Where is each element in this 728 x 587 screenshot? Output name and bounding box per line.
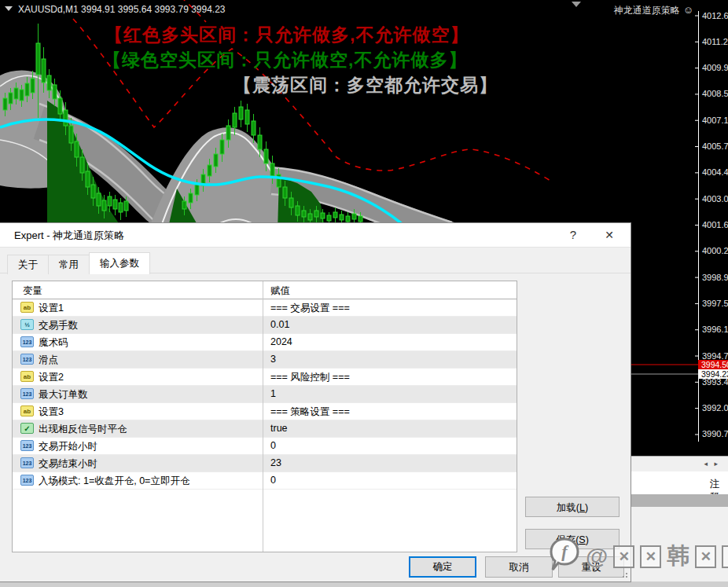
tab-inputs[interactable]: 输入参数 <box>89 252 150 274</box>
param-name: 最大订单数 <box>39 388 88 402</box>
param-name: 交易结束小时 <box>39 457 97 471</box>
param-name: 交易手数 <box>39 319 78 332</box>
zone-overlay-text-0: 【红色多头区间：只允许做多,不允许做空】 <box>105 23 469 47</box>
param-value[interactable]: 0 <box>270 440 276 451</box>
watermark-text: @ <box>586 544 608 570</box>
param-value[interactable]: 0.01 <box>270 319 289 330</box>
param-name: 入场模式: 1=收盘开仓, 0=立即开仓 <box>39 475 189 488</box>
help-button[interactable]: ? <box>560 223 586 247</box>
symbol-dropdown-caret[interactable] <box>5 6 13 11</box>
string-type-icon: ab <box>20 302 34 313</box>
column-header-value: 赋值 <box>270 284 290 298</box>
param-name: 交易开始小时 <box>39 440 97 453</box>
param-name: 设置3 <box>39 405 64 419</box>
int-type-icon: 123 <box>20 336 34 347</box>
param-row[interactable]: ab设置1=== 交易设置 === <box>13 299 517 317</box>
price-label: 4004.40 <box>702 167 728 178</box>
param-value[interactable]: true <box>270 423 288 434</box>
param-row[interactable]: 123交易结束小时23 <box>13 455 517 472</box>
table-rows: ab设置1=== 交易设置 ===½交易手数0.01123魔术码2024123滑… <box>13 299 517 490</box>
price-label: 4007.15 <box>702 116 728 126</box>
param-name: 出现相反信号时平仓 <box>39 423 127 436</box>
watermark-missing-glyph-box: ✕ <box>695 545 716 568</box>
param-row[interactable]: ✓出现相反信号时平仓true <box>13 420 517 438</box>
price-label: 3998.90 <box>702 273 728 283</box>
parameters-table: 变量 赋值 ab设置1=== 交易设置 ===½交易手数0.01123魔术码20… <box>12 281 517 552</box>
symbol-period: XAUUSDd,M1 <box>18 4 79 15</box>
price-label: 3997.50 <box>702 299 728 309</box>
param-value[interactable]: 3 <box>270 354 276 365</box>
param-value[interactable]: 1 <box>270 388 276 399</box>
price-label: 3990.70 <box>702 429 728 439</box>
param-value[interactable]: === 策略设置 === <box>270 405 350 419</box>
param-row[interactable]: 123滑点3 <box>13 351 517 369</box>
dialog-title: Expert - 神龙通道原策略 <box>14 229 124 243</box>
watermark-missing-glyph-box: ✕ <box>613 545 634 568</box>
load-button[interactable]: 加载(L) <box>525 497 620 517</box>
price-label: 4008.50 <box>702 89 728 99</box>
param-value[interactable]: 23 <box>270 457 281 468</box>
price-label: 4009.90 <box>702 63 728 73</box>
tab-common[interactable]: 常用 <box>48 255 90 274</box>
param-name: 滑点 <box>39 354 58 367</box>
table-header-row: 变量 赋值 <box>13 281 517 299</box>
cancel-button[interactable]: 取消 <box>485 556 553 578</box>
scroll-arrows-icon[interactable]: ◂ ▸ <box>704 460 720 468</box>
price-label: 3992.05 <box>702 403 728 413</box>
string-type-icon: ab <box>20 405 34 416</box>
param-row[interactable]: 123交易开始小时0 <box>13 438 517 455</box>
price-label: 4011.25 <box>702 37 728 47</box>
ea-status[interactable]: 神龙通道原策略☺ <box>614 4 693 17</box>
price-label: 4003.00 <box>702 194 728 204</box>
price-label: 4000.25 <box>702 246 728 256</box>
expert-properties-dialog: Expert - 神龙通道原策略 ? ✕ 关于常用输入参数 变量 赋值 ab设置… <box>0 222 631 582</box>
ohlc-values: 3994.91 3995.64 3993.79 3994.23 <box>81 4 226 15</box>
close-icon[interactable]: ✕ <box>596 223 623 247</box>
param-value[interactable]: 2024 <box>270 336 292 347</box>
price-shift-marker[interactable] <box>572 2 581 7</box>
int-type-icon: 123 <box>20 388 34 399</box>
param-row[interactable]: 123入场模式: 1=收盘开仓, 0=立即开仓0 <box>13 472 517 490</box>
int-type-icon: 123 <box>20 457 34 468</box>
param-name: 设置1 <box>39 302 64 315</box>
window-bottom-edge <box>0 581 728 587</box>
watermark-text: 韩 <box>667 541 689 572</box>
param-row[interactable]: ab设置2=== 风险控制 === <box>13 369 517 386</box>
param-row[interactable]: ab设置3=== 策略设置 === <box>13 403 517 420</box>
bid-price-tag: 3994.23 <box>698 369 728 379</box>
dialog-title-bar[interactable]: Expert - 神龙通道原策略 ? ✕ <box>0 223 631 248</box>
watermark-missing-glyph-box: ✕ <box>640 545 661 568</box>
param-name: 设置2 <box>39 371 64 384</box>
param-row[interactable]: ½交易手数0.01 <box>13 317 517 334</box>
watermark-missing-glyph-box: ✕ <box>722 545 728 568</box>
column-header-variable: 变量 <box>23 284 42 298</box>
watermark-logo-icon: f <box>549 537 580 576</box>
param-row[interactable]: 123魔术码2024 <box>13 334 517 351</box>
tab-about[interactable]: 关于 <box>7 255 49 274</box>
param-value[interactable]: 0 <box>270 475 276 486</box>
chart-symbol-title: XAUUSDd,M1 3994.91 3995.64 3993.79 3994.… <box>5 4 226 15</box>
bool-type-icon: ✓ <box>20 423 34 434</box>
dialog-tabstrip: 关于常用输入参数 <box>0 252 631 273</box>
column-divider[interactable] <box>263 281 263 552</box>
zone-overlay-text-1: 【绿色空头区间：只允许做空,不允许做多】 <box>103 48 467 72</box>
price-label: 4001.65 <box>702 220 728 230</box>
ea-name: 神龙通道原策略 <box>614 5 680 16</box>
string-type-icon: ab <box>20 371 34 382</box>
price-label: 4005.75 <box>702 141 728 152</box>
param-value[interactable]: === 风险控制 === <box>270 371 350 384</box>
price-label: 3996.15 <box>702 325 728 335</box>
param-value[interactable]: === 交易设置 === <box>270 302 350 315</box>
double-type-icon: ½ <box>20 319 34 330</box>
param-name: 魔术码 <box>39 336 68 350</box>
watermark: f@✕✕韩✕✕✕ <box>549 537 728 576</box>
ok-button[interactable]: 确定 <box>409 556 476 578</box>
int-type-icon: 123 <box>20 354 34 365</box>
int-type-icon: 123 <box>20 475 34 486</box>
ea-smiley-icon: ☺ <box>683 4 693 16</box>
int-type-icon: 123 <box>20 440 34 451</box>
zone-overlay-text-2: 【震荡区间：多空都允许交易】 <box>233 73 498 97</box>
param-row[interactable]: 123最大订单数1 <box>13 386 517 403</box>
price-label: 4012.65 <box>702 11 728 21</box>
ask-price-tag: 3994.50 <box>698 360 728 369</box>
